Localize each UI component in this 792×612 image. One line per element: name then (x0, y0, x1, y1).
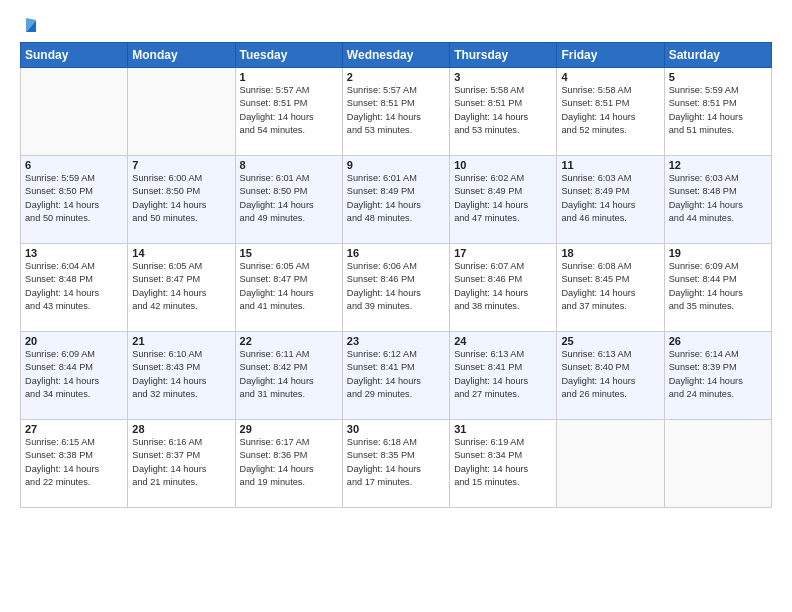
calendar-cell: 26Sunrise: 6:14 AM Sunset: 8:39 PM Dayli… (664, 332, 771, 420)
weekday-header: Wednesday (342, 43, 449, 68)
weekday-header: Thursday (450, 43, 557, 68)
day-number: 5 (669, 71, 767, 83)
calendar-cell: 14Sunrise: 6:05 AM Sunset: 8:47 PM Dayli… (128, 244, 235, 332)
day-info: Sunrise: 5:57 AM Sunset: 8:51 PM Dayligh… (240, 84, 338, 137)
day-info: Sunrise: 6:13 AM Sunset: 8:41 PM Dayligh… (454, 348, 552, 401)
calendar-cell: 28Sunrise: 6:16 AM Sunset: 8:37 PM Dayli… (128, 420, 235, 508)
calendar-cell: 19Sunrise: 6:09 AM Sunset: 8:44 PM Dayli… (664, 244, 771, 332)
day-number: 18 (561, 247, 659, 259)
day-number: 7 (132, 159, 230, 171)
day-info: Sunrise: 5:57 AM Sunset: 8:51 PM Dayligh… (347, 84, 445, 137)
calendar-cell: 2Sunrise: 5:57 AM Sunset: 8:51 PM Daylig… (342, 68, 449, 156)
weekday-header-row: SundayMondayTuesdayWednesdayThursdayFrid… (21, 43, 772, 68)
weekday-header: Monday (128, 43, 235, 68)
calendar-cell: 25Sunrise: 6:13 AM Sunset: 8:40 PM Dayli… (557, 332, 664, 420)
day-info: Sunrise: 6:00 AM Sunset: 8:50 PM Dayligh… (132, 172, 230, 225)
calendar-cell: 18Sunrise: 6:08 AM Sunset: 8:45 PM Dayli… (557, 244, 664, 332)
calendar-week-row: 6Sunrise: 5:59 AM Sunset: 8:50 PM Daylig… (21, 156, 772, 244)
weekday-header: Saturday (664, 43, 771, 68)
day-number: 25 (561, 335, 659, 347)
calendar-cell (664, 420, 771, 508)
day-number: 17 (454, 247, 552, 259)
day-number: 4 (561, 71, 659, 83)
day-info: Sunrise: 6:10 AM Sunset: 8:43 PM Dayligh… (132, 348, 230, 401)
calendar-cell: 12Sunrise: 6:03 AM Sunset: 8:48 PM Dayli… (664, 156, 771, 244)
day-number: 26 (669, 335, 767, 347)
day-info: Sunrise: 6:08 AM Sunset: 8:45 PM Dayligh… (561, 260, 659, 313)
weekday-header: Friday (557, 43, 664, 68)
calendar-week-row: 27Sunrise: 6:15 AM Sunset: 8:38 PM Dayli… (21, 420, 772, 508)
page: SundayMondayTuesdayWednesdayThursdayFrid… (0, 0, 792, 612)
calendar-cell: 24Sunrise: 6:13 AM Sunset: 8:41 PM Dayli… (450, 332, 557, 420)
calendar-cell: 3Sunrise: 5:58 AM Sunset: 8:51 PM Daylig… (450, 68, 557, 156)
day-info: Sunrise: 6:03 AM Sunset: 8:49 PM Dayligh… (561, 172, 659, 225)
calendar-cell: 20Sunrise: 6:09 AM Sunset: 8:44 PM Dayli… (21, 332, 128, 420)
calendar-cell (557, 420, 664, 508)
header (20, 16, 772, 34)
day-info: Sunrise: 6:11 AM Sunset: 8:42 PM Dayligh… (240, 348, 338, 401)
day-info: Sunrise: 6:05 AM Sunset: 8:47 PM Dayligh… (240, 260, 338, 313)
calendar-cell: 6Sunrise: 5:59 AM Sunset: 8:50 PM Daylig… (21, 156, 128, 244)
calendar-week-row: 13Sunrise: 6:04 AM Sunset: 8:48 PM Dayli… (21, 244, 772, 332)
day-number: 1 (240, 71, 338, 83)
day-number: 6 (25, 159, 123, 171)
logo (20, 16, 40, 34)
day-number: 2 (347, 71, 445, 83)
day-info: Sunrise: 5:59 AM Sunset: 8:51 PM Dayligh… (669, 84, 767, 137)
day-number: 19 (669, 247, 767, 259)
day-number: 27 (25, 423, 123, 435)
day-info: Sunrise: 6:13 AM Sunset: 8:40 PM Dayligh… (561, 348, 659, 401)
day-number: 14 (132, 247, 230, 259)
calendar: SundayMondayTuesdayWednesdayThursdayFrid… (20, 42, 772, 508)
day-number: 30 (347, 423, 445, 435)
day-number: 28 (132, 423, 230, 435)
calendar-cell: 8Sunrise: 6:01 AM Sunset: 8:50 PM Daylig… (235, 156, 342, 244)
calendar-cell: 21Sunrise: 6:10 AM Sunset: 8:43 PM Dayli… (128, 332, 235, 420)
calendar-cell (128, 68, 235, 156)
day-number: 29 (240, 423, 338, 435)
calendar-week-row: 1Sunrise: 5:57 AM Sunset: 8:51 PM Daylig… (21, 68, 772, 156)
day-info: Sunrise: 6:03 AM Sunset: 8:48 PM Dayligh… (669, 172, 767, 225)
calendar-cell: 1Sunrise: 5:57 AM Sunset: 8:51 PM Daylig… (235, 68, 342, 156)
calendar-cell: 15Sunrise: 6:05 AM Sunset: 8:47 PM Dayli… (235, 244, 342, 332)
calendar-cell: 4Sunrise: 5:58 AM Sunset: 8:51 PM Daylig… (557, 68, 664, 156)
day-number: 8 (240, 159, 338, 171)
day-number: 10 (454, 159, 552, 171)
logo-icon (22, 16, 40, 34)
day-info: Sunrise: 6:12 AM Sunset: 8:41 PM Dayligh… (347, 348, 445, 401)
weekday-header: Sunday (21, 43, 128, 68)
day-info: Sunrise: 6:16 AM Sunset: 8:37 PM Dayligh… (132, 436, 230, 489)
day-info: Sunrise: 6:09 AM Sunset: 8:44 PM Dayligh… (25, 348, 123, 401)
day-info: Sunrise: 6:14 AM Sunset: 8:39 PM Dayligh… (669, 348, 767, 401)
calendar-cell: 16Sunrise: 6:06 AM Sunset: 8:46 PM Dayli… (342, 244, 449, 332)
calendar-cell: 13Sunrise: 6:04 AM Sunset: 8:48 PM Dayli… (21, 244, 128, 332)
calendar-cell: 11Sunrise: 6:03 AM Sunset: 8:49 PM Dayli… (557, 156, 664, 244)
calendar-cell: 29Sunrise: 6:17 AM Sunset: 8:36 PM Dayli… (235, 420, 342, 508)
day-number: 11 (561, 159, 659, 171)
day-number: 20 (25, 335, 123, 347)
day-number: 31 (454, 423, 552, 435)
calendar-cell: 9Sunrise: 6:01 AM Sunset: 8:49 PM Daylig… (342, 156, 449, 244)
day-number: 24 (454, 335, 552, 347)
day-info: Sunrise: 5:58 AM Sunset: 8:51 PM Dayligh… (561, 84, 659, 137)
calendar-cell: 23Sunrise: 6:12 AM Sunset: 8:41 PM Dayli… (342, 332, 449, 420)
day-info: Sunrise: 6:02 AM Sunset: 8:49 PM Dayligh… (454, 172, 552, 225)
calendar-cell: 22Sunrise: 6:11 AM Sunset: 8:42 PM Dayli… (235, 332, 342, 420)
day-number: 16 (347, 247, 445, 259)
day-info: Sunrise: 5:58 AM Sunset: 8:51 PM Dayligh… (454, 84, 552, 137)
calendar-cell: 31Sunrise: 6:19 AM Sunset: 8:34 PM Dayli… (450, 420, 557, 508)
day-info: Sunrise: 6:05 AM Sunset: 8:47 PM Dayligh… (132, 260, 230, 313)
day-number: 3 (454, 71, 552, 83)
calendar-cell: 30Sunrise: 6:18 AM Sunset: 8:35 PM Dayli… (342, 420, 449, 508)
calendar-week-row: 20Sunrise: 6:09 AM Sunset: 8:44 PM Dayli… (21, 332, 772, 420)
day-info: Sunrise: 6:09 AM Sunset: 8:44 PM Dayligh… (669, 260, 767, 313)
calendar-cell: 10Sunrise: 6:02 AM Sunset: 8:49 PM Dayli… (450, 156, 557, 244)
day-info: Sunrise: 6:07 AM Sunset: 8:46 PM Dayligh… (454, 260, 552, 313)
day-number: 13 (25, 247, 123, 259)
day-info: Sunrise: 6:01 AM Sunset: 8:49 PM Dayligh… (347, 172, 445, 225)
day-number: 15 (240, 247, 338, 259)
calendar-cell: 5Sunrise: 5:59 AM Sunset: 8:51 PM Daylig… (664, 68, 771, 156)
calendar-cell: 17Sunrise: 6:07 AM Sunset: 8:46 PM Dayli… (450, 244, 557, 332)
day-info: Sunrise: 5:59 AM Sunset: 8:50 PM Dayligh… (25, 172, 123, 225)
day-info: Sunrise: 6:01 AM Sunset: 8:50 PM Dayligh… (240, 172, 338, 225)
